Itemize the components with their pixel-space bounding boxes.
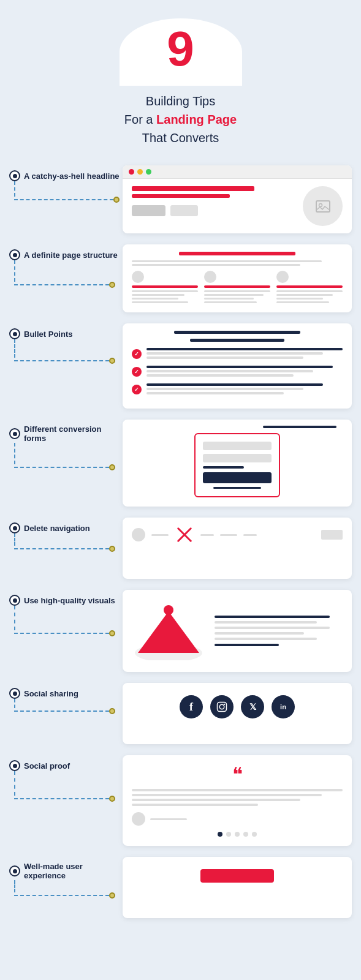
card1-line1 xyxy=(132,186,254,191)
col1-line2 xyxy=(132,294,184,296)
dot-1 xyxy=(218,832,222,837)
svg-point-1 xyxy=(319,203,322,206)
tip-3-card xyxy=(123,323,352,409)
tip-1-circle xyxy=(9,170,20,181)
quote-marks: ❝ xyxy=(132,764,343,784)
form-field-1 xyxy=(203,442,272,450)
svg-point-3 xyxy=(164,605,173,615)
card6-line6 xyxy=(215,644,279,646)
tip-row-9: Well-made user experience xyxy=(9,857,352,918)
tip-3-circle xyxy=(9,328,20,339)
col3-line1 xyxy=(276,290,343,292)
nav-logo-circle xyxy=(132,528,145,541)
header-highlight: Landing Page xyxy=(156,113,237,126)
card5-content xyxy=(123,518,352,552)
header-section: 9 Building Tips For a Landing Page That … xyxy=(0,0,361,159)
col1-circle xyxy=(132,271,144,283)
ux-cta-button xyxy=(200,869,274,883)
card6-text xyxy=(215,616,343,646)
linkedin-icon: in xyxy=(272,695,295,718)
tip-6-card xyxy=(123,590,352,672)
qline3 xyxy=(132,799,300,801)
nav-line2 xyxy=(200,534,214,536)
card1-text xyxy=(132,186,295,216)
author-avatar xyxy=(132,812,145,826)
bullet-2 xyxy=(132,366,343,379)
card3-title1 xyxy=(174,331,300,334)
check-icon-1 xyxy=(132,349,142,359)
col3-line2 xyxy=(276,294,333,296)
tip-2-card xyxy=(123,244,352,312)
card2-col-1 xyxy=(132,271,198,305)
form-field-3 xyxy=(203,466,244,469)
header-line2: For a Landing Page xyxy=(12,110,349,129)
bullet-3 xyxy=(132,383,343,396)
tip-5-label: Delete navigation xyxy=(24,524,90,533)
tip-row-7: Social sharing f xyxy=(9,683,352,744)
image-icon xyxy=(314,198,332,215)
tip-9-card xyxy=(123,857,352,918)
tip-4-label: Different conversion forms xyxy=(24,424,120,443)
browser-bar-1 xyxy=(123,165,352,179)
card6-line4 xyxy=(215,632,304,635)
tip-row-3: Bullet Points xyxy=(9,323,352,409)
header-line1: Building Tips xyxy=(12,92,349,110)
tips-container: A catchy-as-hell headline xyxy=(0,159,361,935)
tip-row-2: A definite page structure xyxy=(9,244,352,312)
nav-line3 xyxy=(220,534,237,536)
mountain-svg xyxy=(132,599,205,660)
header-subtitle: Building Tips For a Landing Page That Co… xyxy=(12,92,349,147)
col2-line1 xyxy=(204,290,270,292)
tip-4-label-area: Different conversion forms xyxy=(9,420,123,470)
dot-3 xyxy=(235,832,240,837)
card2-line2 xyxy=(132,264,300,266)
col1-redline xyxy=(132,285,198,288)
nav-cross xyxy=(175,525,194,545)
card6-line1 xyxy=(215,616,330,618)
author-name-line xyxy=(150,818,187,820)
qline1 xyxy=(132,789,343,791)
page-wrapper: 9 Building Tips For a Landing Page That … xyxy=(0,0,361,954)
tip-9-circle xyxy=(9,865,20,876)
tip-9-label: Well-made user experience xyxy=(24,862,120,880)
col3-line3 xyxy=(276,298,323,300)
tip-9-label-area: Well-made user experience xyxy=(9,857,123,899)
tip-5-connector-dot xyxy=(109,546,115,552)
quote-lines xyxy=(132,789,343,806)
instagram-icon xyxy=(210,695,234,718)
tip-8-connector-dot xyxy=(109,796,115,802)
card8-content: ❝ xyxy=(123,755,352,846)
tip-5-label-area: Delete navigation xyxy=(9,518,123,552)
card2-col-3 xyxy=(276,271,343,305)
quote-author xyxy=(132,812,343,826)
tip-7-label: Social sharing xyxy=(24,689,78,698)
tip-2-circle xyxy=(9,249,20,260)
form-submit-btn xyxy=(203,472,272,483)
dot-4 xyxy=(243,832,248,837)
tip-5-card xyxy=(123,518,352,579)
check-icon-2 xyxy=(132,367,142,377)
svg-rect-0 xyxy=(316,201,330,212)
tip-9-connector-dot xyxy=(109,892,115,899)
col1-line4 xyxy=(132,301,188,303)
card7-content: f 𝕏 in xyxy=(123,683,352,731)
dot-red-1 xyxy=(129,169,134,175)
tip-2-connector-dot xyxy=(109,282,115,288)
card4-content xyxy=(123,420,352,507)
tip-8-circle xyxy=(9,760,20,771)
tip-2-label: A definite page structure xyxy=(24,251,118,260)
conversion-form xyxy=(194,433,280,497)
col2-circle xyxy=(204,271,216,283)
check-icon-3 xyxy=(132,385,142,394)
bullet-1 xyxy=(132,348,343,361)
card6-line5 xyxy=(215,638,317,640)
tip-4-connector-dot xyxy=(109,464,115,470)
card2-col-2 xyxy=(204,271,270,305)
card1-btn1 xyxy=(132,205,165,216)
card6-line2 xyxy=(215,621,317,624)
card6-line3 xyxy=(215,627,330,629)
form-field-2 xyxy=(203,454,272,462)
tip-7-circle xyxy=(9,688,20,699)
tip-2-label-area: A definite page structure xyxy=(9,244,123,288)
tip-3-label-area: Bullet Points xyxy=(9,323,123,364)
